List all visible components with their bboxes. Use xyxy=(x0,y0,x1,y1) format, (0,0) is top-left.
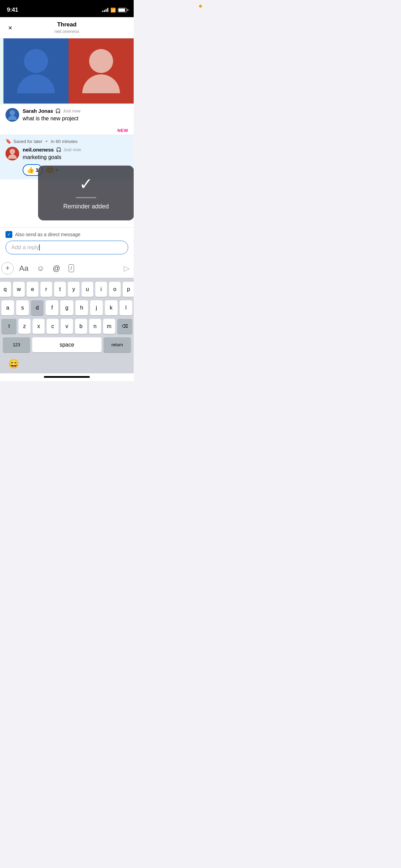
home-bar xyxy=(44,376,90,378)
content-area: 😊 2 replies xyxy=(0,38,134,381)
key-p[interactable]: p xyxy=(123,282,134,297)
key-q[interactable]: q xyxy=(0,282,11,297)
sarah-msg-time: Just now xyxy=(63,108,80,113)
neil-avatar-icon xyxy=(8,149,17,159)
avatar-blue-card xyxy=(3,38,69,104)
key-r[interactable]: r xyxy=(40,282,52,297)
saved-text: Saved for later xyxy=(13,139,42,144)
key-return[interactable]: return xyxy=(104,337,131,352)
thread-subtitle: neil.oneness xyxy=(54,29,80,34)
key-v[interactable]: v xyxy=(61,319,73,334)
keyboard: q w e r t y u i o p a s d f g h j k l ⇧ … xyxy=(0,278,134,373)
key-j[interactable]: j xyxy=(90,300,103,315)
battery-icon xyxy=(118,8,127,12)
avatar-red-card xyxy=(69,38,134,104)
neil-username: neil.oneness xyxy=(23,147,54,153)
new-badge-label: NEW xyxy=(117,128,128,133)
reminder-toast: ✓ Reminder added xyxy=(38,166,134,220)
home-indicator xyxy=(0,373,134,381)
thumbs-up-emoji: 👍 xyxy=(27,166,34,174)
avatar-body-red xyxy=(82,74,120,93)
keyboard-emoji-row: 😄 xyxy=(1,354,132,372)
key-l[interactable]: l xyxy=(120,300,132,315)
key-m[interactable]: m xyxy=(103,319,115,334)
key-w[interactable]: w xyxy=(13,282,25,297)
key-i[interactable]: i xyxy=(95,282,107,297)
headphone-icon-sarah: 🎧 xyxy=(55,108,61,113)
neil-saved-message: 🔖 Saved for later • In 60 minutes neil.o… xyxy=(0,135,134,179)
signal-bars-icon xyxy=(102,8,108,12)
sarah-message-content: Sarah Jonas 🎧 Just now what is the new p… xyxy=(23,108,128,122)
cursor-blink xyxy=(39,244,40,251)
sarah-avatar xyxy=(5,108,19,122)
key-o[interactable]: o xyxy=(109,282,121,297)
reminder-line xyxy=(76,197,96,198)
key-g[interactable]: g xyxy=(60,300,73,315)
neil-avatar xyxy=(5,147,19,160)
slash-button[interactable]: / xyxy=(64,262,78,275)
avatar-body-blue xyxy=(17,74,55,93)
reminder-text: Reminder added xyxy=(63,203,109,210)
keyboard-row-3: ⇧ z x c v b n m ⌫ xyxy=(1,319,132,334)
reply-placeholder: Add a reply xyxy=(11,244,39,251)
avatar-group xyxy=(3,38,134,104)
key-123[interactable]: 123 xyxy=(3,337,30,352)
key-f[interactable]: f xyxy=(46,300,58,315)
key-b[interactable]: b xyxy=(75,319,87,334)
avatar-person-red xyxy=(82,49,120,93)
avatar-overlap-section: 😊 2 replies xyxy=(0,38,134,105)
send-button[interactable]: ▷ xyxy=(121,263,132,274)
saved-dot: • xyxy=(46,139,48,144)
saved-time-text: In 60 minutes xyxy=(51,139,77,144)
keyboard-emoji-button[interactable]: 😄 xyxy=(5,357,22,371)
also-send-checkbox[interactable]: ✓ xyxy=(5,231,12,238)
mention-button[interactable]: @ xyxy=(48,261,64,276)
headphone-icon-neil: 🎧 xyxy=(56,147,61,152)
reply-input-row[interactable]: Add a reply xyxy=(5,241,128,254)
wifi-icon: 📶 xyxy=(110,8,116,13)
key-n[interactable]: n xyxy=(89,319,101,334)
font-button[interactable]: Aa xyxy=(15,261,33,276)
avatar-person-blue xyxy=(17,49,55,93)
neil-message-text: marketing goals xyxy=(23,154,128,161)
key-s[interactable]: s xyxy=(16,300,29,315)
key-x[interactable]: x xyxy=(33,319,45,334)
neil-msg-time: Just now xyxy=(63,147,81,152)
also-send-text: Also send as a direct message xyxy=(15,232,81,237)
checkmark-icon: ✓ xyxy=(79,176,93,192)
key-d[interactable]: d xyxy=(31,300,44,315)
also-send-row: ✓ Also send as a direct message xyxy=(5,231,128,238)
saved-banner: 🔖 Saved for later • In 60 minutes xyxy=(5,138,128,144)
key-a[interactable]: a xyxy=(1,300,14,315)
sarah-username: Sarah Jonas xyxy=(23,108,53,114)
close-button[interactable]: × xyxy=(7,22,14,33)
key-e[interactable]: e xyxy=(27,282,38,297)
message-sarah: Sarah Jonas 🎧 Just now what is the new p… xyxy=(0,105,134,126)
sarah-message-header: Sarah Jonas 🎧 Just now xyxy=(23,108,128,114)
key-k[interactable]: k xyxy=(105,300,118,315)
keyboard-row-4: 123 space return xyxy=(1,337,132,354)
key-t[interactable]: t xyxy=(54,282,66,297)
key-h[interactable]: h xyxy=(75,300,88,315)
key-z[interactable]: z xyxy=(19,319,31,334)
avatar-head-red xyxy=(89,49,113,73)
thread-title: Thread xyxy=(57,21,77,28)
thread-header: × Thread neil.oneness xyxy=(0,17,134,38)
status-time: 9:41 xyxy=(7,7,18,13)
emoji-button[interactable]: ☺ xyxy=(33,261,48,276)
status-bar: 9:41 📶 xyxy=(0,0,134,17)
reply-section: ✓ Also send as a direct message Add a re… xyxy=(0,227,134,258)
attachment-button[interactable]: + xyxy=(1,262,14,275)
keyboard-row-2: a s d f g h j k l xyxy=(1,300,132,315)
sarah-avatar-icon xyxy=(8,110,17,120)
key-c[interactable]: c xyxy=(47,319,59,334)
key-y[interactable]: y xyxy=(68,282,80,297)
key-delete[interactable]: ⌫ xyxy=(117,319,132,334)
new-badge-container: NEW xyxy=(0,126,134,135)
avatar-head-blue xyxy=(24,49,48,73)
key-u[interactable]: u xyxy=(82,282,93,297)
key-shift[interactable]: ⇧ xyxy=(1,319,16,334)
sarah-message-text: what is the new project xyxy=(23,115,128,122)
key-space[interactable]: space xyxy=(32,337,101,352)
status-icons: 📶 xyxy=(102,8,127,13)
